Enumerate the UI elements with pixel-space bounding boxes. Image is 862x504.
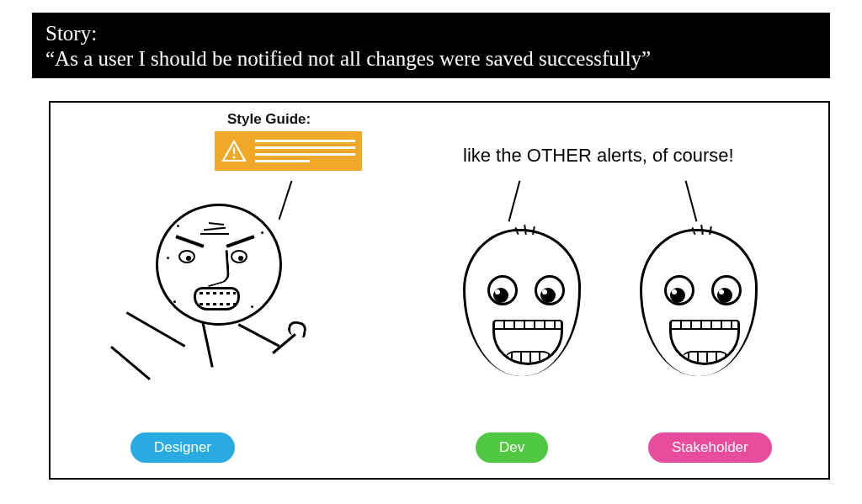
style-guide-alert bbox=[215, 131, 362, 171]
speech-line-icon bbox=[685, 181, 698, 222]
alert-triangle-icon bbox=[221, 139, 247, 164]
dev-happy-face bbox=[455, 229, 589, 380]
svg-point-2 bbox=[232, 156, 235, 158]
story-label: Story: bbox=[45, 21, 817, 46]
comic-panel: Style Guide: like the OTHER alerts, of c… bbox=[49, 101, 830, 480]
designer-label-pill: Designer bbox=[130, 432, 235, 463]
designer-rage-face bbox=[105, 204, 324, 406]
dev-label-pill: Dev bbox=[476, 432, 548, 463]
alert-text-lines bbox=[255, 140, 355, 162]
story-banner: Story: “As a user I should be notified n… bbox=[32, 13, 830, 78]
reply-speech-text: like the OTHER alerts, of course! bbox=[463, 145, 734, 167]
story-text: “As a user I should be notified not all … bbox=[45, 46, 817, 72]
style-guide-label: Style Guide: bbox=[227, 111, 311, 128]
speech-line-icon bbox=[508, 181, 521, 222]
stakeholder-label-pill: Stakeholder bbox=[648, 432, 772, 463]
stakeholder-happy-face bbox=[631, 229, 766, 380]
